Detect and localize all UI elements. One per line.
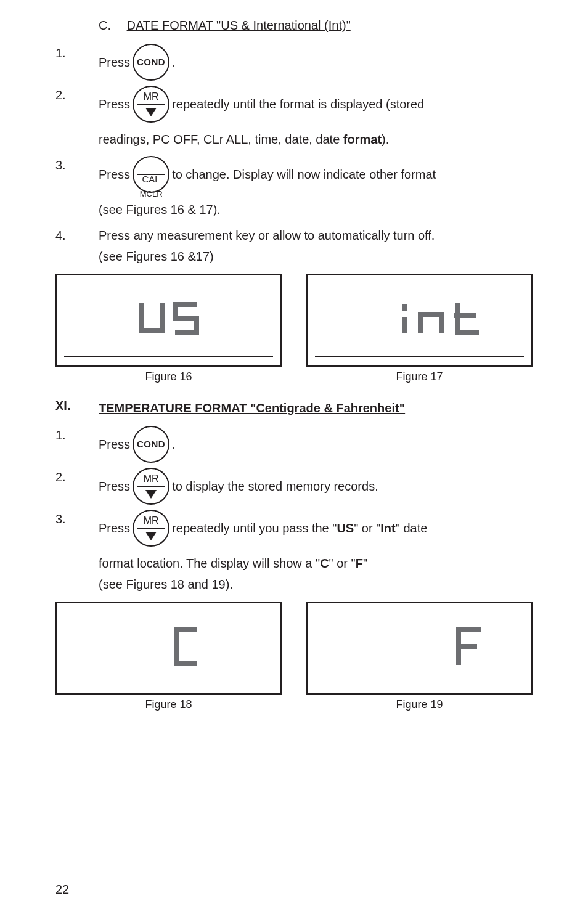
lcd-display [55, 274, 282, 367]
section-xi-roman: XI. [55, 399, 99, 417]
text: Press [99, 95, 130, 113]
text: (see Figures 16 &17) [99, 247, 533, 266]
text: " or " [354, 519, 380, 537]
page: C. DATE FORMAT "US & International (Int)… [0, 0, 588, 909]
text: readings, PC OFF, CLr ALL, time, date, d… [99, 132, 343, 146]
step-xi-2: 2. Press MR to display the stored memory… [55, 468, 533, 505]
text-bold: Int [380, 519, 395, 537]
step-xi-1: 1. Press COND . [55, 426, 533, 463]
step-num: 1. [55, 44, 99, 81]
text: " date [396, 519, 428, 537]
figure-19: Figure 19 [306, 602, 533, 711]
step-c-3: 3. Press CAL MCLR to change. Display wil… [55, 156, 533, 221]
text: Press [99, 477, 130, 495]
figure-caption: Figure 17 [396, 370, 443, 383]
step-content: Press COND . [99, 426, 533, 463]
triangle-down-icon [145, 108, 157, 116]
text-bold: format [343, 132, 382, 146]
page-number: 22 [55, 883, 69, 897]
figure-16: Figure 16 [55, 274, 282, 383]
step-num: 2. [55, 86, 99, 151]
rule-icon [315, 356, 524, 357]
step-content: Press MR to display the stored memory re… [99, 468, 533, 505]
text: format location. The display will show a… [99, 556, 320, 570]
text: Press [99, 435, 130, 454]
section-xi-heading: XI. TEMPERATURE FORMAT "Centigrade & Fah… [55, 399, 533, 417]
seg-int-icon [396, 297, 488, 340]
cal-mclr-button-icon: CAL MCLR [133, 156, 169, 193]
text: ). [382, 132, 389, 146]
lcd-display [55, 602, 282, 695]
text-bold: C [320, 556, 329, 570]
text: to display the stored memory records. [172, 477, 378, 495]
section-c-letter: C. [99, 18, 123, 33]
triangle-down-icon [145, 532, 157, 540]
step-content: Press MR repeatedly until the format is … [99, 86, 533, 151]
step-num: 2. [55, 468, 99, 505]
step-content: Press any measurement key or allow to au… [99, 226, 533, 268]
text: Press [99, 519, 130, 537]
lcd-display [306, 274, 533, 367]
step-c-4: 4. Press any measurement key or allow to… [55, 226, 533, 268]
step-num: 4. [55, 226, 99, 268]
figure-caption: Figure 18 [145, 698, 192, 711]
figure-caption: Figure 19 [396, 698, 443, 711]
figure-row-1: Figure 16 Figure 17 [55, 274, 533, 383]
text: Press [99, 53, 130, 71]
step-c-2: 2. Press MR repeatedly until the format … [55, 86, 533, 151]
text: " or " [329, 556, 356, 570]
step-content: Press MR repeatedly until you pass the "… [99, 510, 533, 596]
section-c-heading: C. DATE FORMAT "US & International (Int)… [55, 18, 533, 33]
text: (see Figures 18 and 19). [99, 575, 533, 593]
text: repeatedly until the format is displayed… [172, 95, 424, 113]
text: . [172, 53, 176, 71]
step-content: Press CAL MCLR to change. Display will n… [99, 156, 533, 221]
cond-button-icon: COND [133, 44, 169, 81]
triangle-down-icon [145, 490, 157, 499]
text-bold: F [356, 556, 363, 570]
text: repeatedly until you pass the " [172, 519, 337, 537]
section-c-title: DATE FORMAT "US & International (Int)" [127, 18, 351, 32]
text: to change. Display will now indicate oth… [172, 165, 436, 184]
seg-c-icon [169, 622, 206, 671]
seg-us-icon [135, 297, 203, 340]
step-num: 1. [55, 426, 99, 463]
seg-f-icon [451, 622, 488, 671]
text: Press [99, 165, 130, 184]
mr-down-button-icon: MR [133, 468, 169, 505]
step-num: 3. [55, 510, 99, 596]
step-num: 3. [55, 156, 99, 221]
figure-17: Figure 17 [306, 274, 533, 383]
figure-18: Figure 18 [55, 602, 282, 711]
step-c-1: 1. Press COND . [55, 44, 533, 81]
section-xi-title: TEMPERATURE FORMAT "Centigrade & Fahrenh… [99, 399, 533, 417]
mr-down-button-icon: MR [133, 86, 169, 123]
divider-icon [137, 174, 165, 175]
cond-button-icon: COND [133, 426, 169, 463]
figure-row-2: Figure 18 Figure 19 [55, 602, 533, 711]
mr-down-button-icon: MR [133, 510, 169, 547]
step-content: Press COND . [99, 44, 533, 81]
text-bold: US [337, 519, 354, 537]
text: . [172, 435, 176, 454]
text: " [363, 556, 367, 570]
step-xi-3: 3. Press MR repeatedly until you pass th… [55, 510, 533, 596]
lcd-display [306, 602, 533, 695]
rule-icon [64, 356, 273, 357]
text: Press any measurement key or allow to au… [99, 226, 533, 245]
figure-caption: Figure 16 [145, 370, 192, 383]
